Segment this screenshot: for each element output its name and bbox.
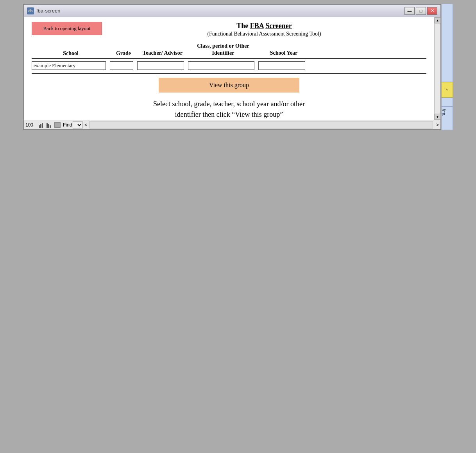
title-section: The FBA Screener (Functional Behavioral … [102,22,426,37]
scroll-left-arrow[interactable]: < [84,122,87,128]
col-header-school: School [32,50,110,57]
grade-input[interactable] [110,61,133,70]
filter-headers: School Grade Teacher/ Advisor Class, per… [32,43,426,59]
scroll-right-arrow[interactable]: > [436,122,439,128]
title-the: The [236,22,250,30]
window-controls: — □ ✕ [404,7,437,15]
chart-icon[interactable] [39,122,45,128]
scrollbar-track[interactable] [435,23,440,114]
instruction-text: Select school, grade, teacher, school ye… [32,99,426,120]
main-content: Back to opening layout The FBA Screener … [24,17,434,120]
teacher-input[interactable] [137,61,184,70]
view-group-button[interactable]: View this group [159,78,299,93]
window-title: fba-screen [36,8,60,14]
col-header-class: Class, period or Other Identifier [188,43,258,57]
find-section: Find [63,121,83,128]
right-panel-bottom: aypi [441,107,453,130]
find-dropdown[interactable] [73,121,83,128]
right-panels: e aypi [441,4,453,130]
back-to-opening-layout-button[interactable]: Back to opening layout [32,22,102,35]
class-input[interactable] [188,61,254,70]
main-title: The FBA Screener [102,22,426,30]
maximize-button[interactable]: □ [416,7,426,15]
right-panel-yellow: e [441,82,453,98]
instruction-line2: identifier then click “View this group” [32,109,426,120]
filter-section: School Grade Teacher/ Advisor Class, per… [32,43,426,74]
header-row: Back to opening layout The FBA Screener … [32,22,426,37]
zoom-level: 100 [25,122,37,128]
title-bar: db fba-screen — □ ✕ [24,5,440,17]
scroll-down-arrow[interactable]: ▼ [435,114,441,120]
school-input[interactable] [32,61,106,70]
subtitle: (Functional Behavioral Assessment Screen… [102,31,426,37]
title-fba: FBA [250,22,264,30]
status-bar: 100 Find < > [24,120,440,129]
close-button[interactable]: ✕ [427,7,437,15]
minimize-button[interactable]: — [404,7,415,15]
col-header-grade: Grade [110,50,137,57]
scrollbar-vertical[interactable]: ▲ ▼ [434,17,440,120]
col-header-year: School Year [258,50,309,57]
scroll-up-arrow[interactable]: ▲ [435,17,441,23]
scrollbar-horizontal[interactable] [89,121,433,128]
find-label: Find [63,122,72,128]
view-icon[interactable] [54,122,61,128]
chart-icon-2[interactable] [47,122,53,128]
year-input[interactable] [258,61,305,70]
instruction-line1: Select school, grade, teacher, school ye… [32,99,426,109]
filter-inputs [32,61,426,74]
col-header-teacher: Teacher/ Advisor [137,50,188,57]
right-panel-mid [441,98,453,107]
app-icon: db [27,7,34,14]
title-screener: Screener [265,22,292,30]
right-panel-top [441,4,453,82]
